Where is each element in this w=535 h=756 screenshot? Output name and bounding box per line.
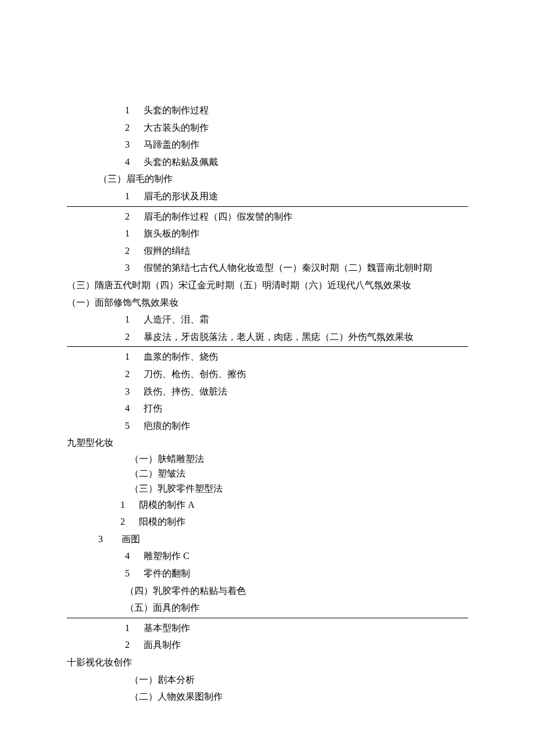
list-item: 3 假髻的第结七古代人物化妆造型（一）秦汉时期（二）魏晋南北朝时期 (125, 259, 468, 277)
item-text: 阴模的制作 A (139, 496, 195, 514)
item-number: 1 (125, 188, 144, 205)
item-number: 3 (125, 383, 144, 400)
item-number: 1 (125, 225, 144, 242)
sub-heading: （一）肤蜡雕塑法 (130, 452, 468, 467)
section-heading: 十影视化妆创作 (67, 654, 468, 671)
list-item: 1 阴模的制作 A (120, 496, 468, 514)
horizontal-rule (67, 346, 468, 347)
item-text: 画图 (122, 531, 140, 548)
list-item: 4 头套的粘贴及佩戴 (125, 153, 468, 171)
horizontal-rule (67, 206, 468, 207)
item-number: 2 (125, 242, 144, 260)
item-text: 刀伤、枪伤、创伤、擦伤 (144, 366, 246, 383)
item-text: 零件的翻制 (144, 565, 190, 582)
list-item: 1 旗头板的制作 (125, 225, 468, 242)
item-number: 2 (125, 366, 144, 383)
item-number: 4 (125, 547, 144, 565)
item-text: 人造汗、泪、霜 (144, 311, 209, 328)
paragraph-text: （一）面部修饰气氛效果妆 (67, 294, 468, 311)
item-number: 5 (125, 565, 144, 582)
item-text: 眉毛的制作过程（四）假发髻的制作 (144, 208, 293, 225)
item-text: 打伤 (144, 400, 162, 417)
item-text: 基本型制作 (144, 619, 190, 637)
list-item: 3 跌伤、摔伤、做脏法 (125, 383, 468, 400)
list-item: 5 零件的翻制 (125, 565, 468, 582)
item-number: 2 (125, 208, 144, 225)
sub-heading: （二）人物效果图制作 (130, 688, 468, 705)
list-item: 5 疤痕的制作 (125, 417, 468, 435)
item-text: 血浆的制作、烧伤 (144, 348, 218, 366)
list-item: 2 大古装头的制作 (125, 119, 468, 137)
list-item: 1 头套的制作过程 (125, 102, 468, 119)
item-text: 跌伤、摔伤、做脏法 (144, 383, 227, 400)
list-item: 2 假辫的绢结 (125, 242, 468, 260)
item-text: 雕塑制作 C (144, 547, 190, 565)
item-text: 大古装头的制作 (144, 119, 209, 137)
item-number: 2 (120, 513, 139, 531)
item-text: 暴皮法，牙齿脱落法，老人斑，肉痣，黑痣（二）外伤气氛效果妆 (144, 328, 413, 346)
item-number: 3 (125, 259, 144, 277)
item-text: 假髻的第结七古代人物化妆造型（一）秦汉时期（二）魏晋南北朝时期 (144, 259, 432, 277)
list-item: 1 基本型制作 (125, 619, 468, 637)
item-text: 眉毛的形状及用途 (144, 188, 218, 205)
section-heading: （三）眉毛的制作 (98, 170, 468, 188)
sub-heading: （四）乳胶零件的粘贴与着色 (125, 582, 468, 600)
horizontal-rule (67, 618, 468, 618)
list-item: 4 雕塑制作 C (125, 547, 468, 565)
list-item: 2 面具制作 (125, 636, 468, 654)
list-item: 2 暴皮法，牙齿脱落法，老人斑，肉痣，黑痣（二）外伤气氛效果妆 (125, 328, 468, 346)
item-text: 旗头板的制作 (144, 225, 199, 242)
item-number: 1 (125, 311, 144, 328)
item-text: 假辫的绢结 (144, 242, 190, 260)
item-number: 4 (125, 153, 144, 171)
item-text: 马蹄盖的制作 (144, 136, 199, 153)
item-number: 3 (98, 531, 122, 548)
item-number: 1 (120, 496, 139, 514)
item-number: 5 (125, 417, 144, 435)
list-item: 2 阳模的制作 (120, 513, 468, 531)
item-text: 面具制作 (144, 636, 181, 654)
sub-heading: （五）面具的制作 (125, 599, 468, 617)
item-number: 1 (125, 102, 144, 119)
list-item: 3 画图 (98, 531, 468, 548)
list-item: 1 人造汗、泪、霜 (125, 311, 468, 328)
list-item: 2 刀伤、枪伤、创伤、擦伤 (125, 366, 468, 383)
item-number: 1 (125, 348, 144, 366)
item-number: 2 (125, 119, 144, 137)
item-number: 3 (125, 136, 144, 153)
sub-heading: （三）乳胶零件塑型法 (130, 481, 468, 496)
item-number: 2 (125, 328, 144, 346)
item-text: 阳模的制作 (139, 513, 186, 531)
list-item: 1 血浆的制作、烧伤 (125, 348, 468, 366)
list-item: 3 马蹄盖的制作 (125, 136, 468, 153)
paragraph-text: （三）隋唐五代时期（四）宋辽金元时期（五）明清时期（六）近现代八气氛效果妆 (67, 277, 468, 294)
document-page: 1 头套的制作过程 2 大古装头的制作 3 马蹄盖的制作 4 头套的粘贴及佩戴 … (0, 0, 535, 756)
item-text: 头套的粘贴及佩戴 (144, 153, 218, 171)
list-item: 1 眉毛的形状及用途 (125, 188, 468, 205)
item-text: 疤痕的制作 (144, 417, 190, 435)
item-number: 1 (125, 619, 144, 637)
sub-heading: （一）剧本分析 (130, 671, 468, 689)
sub-heading: （二）塑皱法 (130, 466, 468, 481)
item-text: 头套的制作过程 (144, 102, 209, 119)
item-number: 2 (125, 636, 144, 654)
item-number: 4 (125, 400, 144, 417)
section-heading: 九塑型化妆 (67, 434, 468, 452)
list-item: 4 打伤 (125, 400, 468, 417)
list-item: 2 眉毛的制作过程（四）假发髻的制作 (125, 208, 468, 225)
